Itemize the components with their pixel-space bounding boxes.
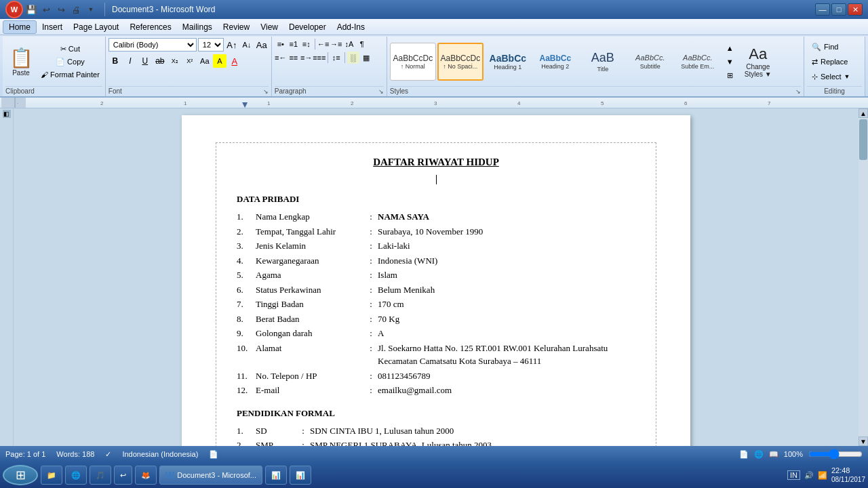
- menu-addins[interactable]: Add-Ins: [332, 21, 370, 33]
- align-right-btn[interactable]: ≡→: [300, 52, 313, 64]
- font-size-select[interactable]: 12: [198, 38, 224, 52]
- qat-more[interactable]: ▼: [84, 3, 98, 16]
- clear-format-btn[interactable]: Aa: [255, 38, 269, 52]
- text-effects-btn[interactable]: Aa: [198, 54, 212, 68]
- menu-view[interactable]: View: [255, 21, 283, 33]
- change-styles-button[interactable]: Aa ChangeStyles ▼: [738, 43, 778, 81]
- zoom-slider[interactable]: [808, 449, 863, 460]
- format-painter-button[interactable]: 🖌 Format Painter: [38, 68, 102, 81]
- superscript-button[interactable]: X²: [183, 54, 197, 68]
- maximize-btn[interactable]: □: [831, 3, 846, 16]
- page-thumbnail-btn[interactable]: ◧: [3, 110, 11, 118]
- replace-button[interactable]: ⇄ Replace: [807, 55, 852, 68]
- taskbar-excel[interactable]: 📊: [265, 466, 287, 485]
- h2-preview: AaBbCc: [539, 54, 571, 63]
- taskbar-media[interactable]: 🎵: [90, 466, 111, 485]
- taskbar-word[interactable]: W Document3 - Microsof...: [159, 466, 262, 485]
- copy-button[interactable]: 📄 Copy: [38, 56, 102, 68]
- redo-btn[interactable]: ↪: [54, 3, 68, 16]
- taskbar-explorer[interactable]: 📁: [41, 466, 62, 485]
- cut-button[interactable]: ✂ Cut: [38, 43, 102, 55]
- style-no-spacing[interactable]: AaBbCcDc ↑ No Spaci...: [437, 43, 484, 81]
- style-normal[interactable]: AaBbCcDc ↑ Normal: [390, 43, 436, 81]
- taskbar-ie[interactable]: 🌐: [65, 466, 87, 485]
- subscript-button[interactable]: X₂: [168, 54, 182, 68]
- save-btn[interactable]: 💾: [24, 3, 38, 16]
- styles-group: AaBbCcDc ↑ Normal AaBbCcDc ↑ No Spaci...…: [387, 37, 804, 96]
- styles-expand[interactable]: ↘: [795, 88, 801, 95]
- styles-scroll-down[interactable]: ▼: [724, 56, 736, 68]
- find-button[interactable]: 🔍 Find: [807, 40, 843, 54]
- close-btn[interactable]: ✕: [848, 3, 863, 16]
- decrease-indent-btn[interactable]: ←≡: [317, 38, 330, 50]
- scroll-down-btn[interactable]: ▼: [859, 436, 868, 446]
- table-row: 2. Tempat, Tanggal Lahir : Surabaya, 10 …: [237, 225, 635, 239]
- align-left-btn[interactable]: ≡←: [275, 52, 287, 64]
- menu-review[interactable]: Review: [218, 21, 255, 33]
- para-expand[interactable]: ↘: [378, 88, 384, 95]
- taskbar-firefox[interactable]: 🦊: [135, 466, 157, 485]
- view-normal-icon[interactable]: 📄: [739, 450, 749, 459]
- table-row: 4. Kewarganegaraan : Indonesia (WNI): [237, 254, 635, 268]
- borders-btn[interactable]: ▦: [360, 52, 372, 64]
- volume-icon[interactable]: 🔊: [804, 471, 814, 480]
- style-title[interactable]: AaB Title: [580, 43, 626, 81]
- italic-button[interactable]: I: [123, 54, 137, 68]
- shading-btn[interactable]: ░: [347, 52, 359, 64]
- styles-scroll-up[interactable]: ▲: [724, 42, 736, 54]
- align-center-btn[interactable]: ≡≡: [288, 52, 300, 64]
- ribbon-groups: 📋 Paste ✂ Cut 📄 Copy 🖌 Format Painter Cl…: [3, 37, 865, 96]
- change-styles-icon: Aa: [749, 45, 767, 63]
- select-button[interactable]: ⊹ Select▼: [807, 70, 855, 83]
- subtitle-preview: AaBbCc.: [635, 54, 665, 62]
- sort-btn[interactable]: ↕A: [343, 38, 355, 50]
- menu-mailings[interactable]: Mailings: [177, 21, 218, 33]
- style-heading1[interactable]: AaBbCc Heading 1: [485, 43, 531, 81]
- style-heading2[interactable]: AaBbCc Heading 2: [532, 43, 578, 81]
- justify-btn[interactable]: ≡≡≡: [313, 52, 326, 64]
- indent-marker[interactable]: [242, 102, 248, 108]
- line-spacing-btn[interactable]: ↕≡: [330, 52, 342, 64]
- font-expand[interactable]: ↘: [263, 88, 269, 95]
- underline-button[interactable]: U: [138, 54, 152, 68]
- table-row: 2. SMP : SMP NEGERI 1 SURABAYA, Lulusan …: [237, 439, 635, 446]
- numbering-btn[interactable]: ≡1: [288, 38, 300, 50]
- start-button[interactable]: ⊞: [3, 465, 38, 485]
- doc-scroll-area[interactable]: DAFTAR RIWAYAT HIDUP DATA PRIBADI 1. Nam…: [14, 108, 859, 446]
- styles-label: Styles ↘: [390, 86, 801, 95]
- taskbar-back[interactable]: ↩: [114, 466, 132, 485]
- document-page[interactable]: DAFTAR RIWAYAT HIDUP DATA PRIBADI 1. Nam…: [182, 115, 690, 446]
- grow-font-btn[interactable]: A↑: [225, 38, 239, 52]
- office-button[interactable]: W: [5, 1, 23, 18]
- styles-expand-btn[interactable]: ⊞: [724, 69, 736, 81]
- change-styles-label: ChangeStyles ▼: [745, 63, 772, 78]
- print-btn[interactable]: 🖨: [69, 3, 83, 16]
- view-reading-icon[interactable]: 📖: [769, 450, 778, 459]
- taskbar-ppt[interactable]: 📊: [290, 466, 311, 485]
- style-subtle[interactable]: AaBbCc. Subtle Em...: [675, 43, 721, 81]
- menu-insert[interactable]: Insert: [37, 21, 68, 33]
- font-color-btn[interactable]: A: [228, 54, 241, 68]
- strikethrough-button[interactable]: ab: [153, 54, 167, 68]
- menu-page-layout[interactable]: Page Layout: [68, 21, 124, 33]
- increase-indent-btn[interactable]: →≡: [330, 38, 342, 50]
- scroll-up-btn[interactable]: ▲: [859, 108, 868, 118]
- show-para-btn[interactable]: ¶: [356, 38, 368, 50]
- scroll-thumb[interactable]: [859, 119, 867, 160]
- view-web-icon[interactable]: 🌐: [754, 450, 764, 459]
- bullets-btn[interactable]: ≡•: [275, 38, 287, 50]
- minimize-btn[interactable]: —: [815, 3, 830, 16]
- bold-button[interactable]: B: [108, 54, 122, 68]
- menu-home[interactable]: Home: [3, 20, 37, 34]
- date-display: 08/11/2017: [831, 476, 865, 484]
- shrink-font-btn[interactable]: A↓: [240, 38, 254, 52]
- vertical-scrollbar[interactable]: ▲ ▼: [859, 108, 868, 446]
- menu-developer[interactable]: Developer: [283, 21, 332, 33]
- style-subtitle[interactable]: AaBbCc. Subtitle: [627, 43, 673, 81]
- paste-button[interactable]: 📋 Paste: [5, 43, 37, 81]
- undo-btn[interactable]: ↩: [39, 3, 53, 16]
- multilevel-btn[interactable]: ≡↕: [300, 38, 313, 50]
- menu-references[interactable]: References: [124, 21, 176, 33]
- font-name-select[interactable]: Calibri (Body): [108, 38, 197, 52]
- highlight-btn[interactable]: A: [213, 54, 226, 68]
